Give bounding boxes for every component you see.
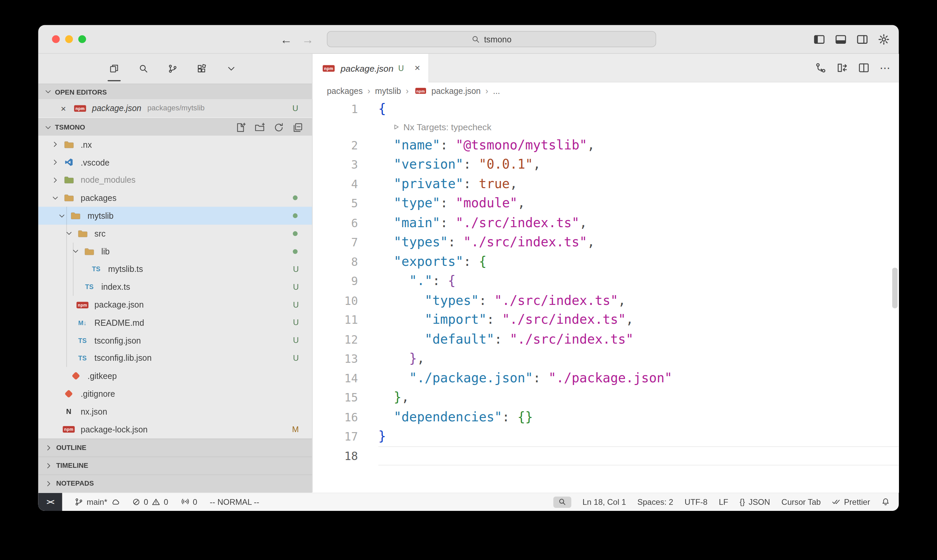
codelens-nx-targets[interactable]: Nx Targets: typecheck [313,118,899,135]
open-editor-entry[interactable]: × npm package.json packages/mytslib U [38,99,312,117]
status-language-mode[interactable]: {}JSON [739,497,770,506]
line-number[interactable]: 16 [313,407,358,427]
breadcrumb-...[interactable]: ... [493,86,500,95]
tree-item-src[interactable]: src [38,225,312,243]
chevron-right-icon[interactable] [48,158,62,166]
section-notepads[interactable]: NOTEPADS [38,474,312,492]
command-center-search[interactable]: tsmono [327,31,656,47]
close-window-button[interactable] [52,35,60,43]
breadcrumb-packages[interactable]: packages [327,86,363,95]
code-editor[interactable]: 1{Nx Targets: typecheck2 "name": "@tsmon… [313,99,899,492]
status-notifications[interactable] [882,498,890,506]
code-line-content[interactable]: "./package.json": "./package.json" [378,369,899,388]
code-line-13[interactable]: 13 }, [313,349,899,369]
status-vim-mode[interactable]: -- NORMAL -- [210,497,259,506]
close-editor-icon[interactable]: × [58,104,68,113]
explorer-section-header[interactable]: TSMONO [38,118,312,135]
code-line-content[interactable]: ".": { [378,271,899,291]
open-changes-icon[interactable] [837,62,848,74]
code-line-content[interactable]: "import": "./src/index.ts", [378,310,899,329]
code-line-content[interactable]: "version": "0.0.1", [378,155,899,174]
code-line-18[interactable]: 18 [313,446,899,465]
line-number[interactable]: 13 [313,349,358,369]
scrollbar-thumb[interactable] [892,268,898,308]
code-line-content[interactable]: } [378,427,899,446]
code-line-content[interactable]: }, [378,349,899,369]
code-line-content[interactable]: "dependencies": {} [378,407,899,427]
forward-icon[interactable]: → [302,33,314,45]
code-line-content[interactable]: "main": "./src/index.ts", [378,213,899,232]
split-editor-icon[interactable] [858,62,870,74]
code-line-content[interactable]: "default": "./src/index.ts" [378,329,899,349]
status-cursor-position[interactable]: Ln 18, Col 1 [583,497,626,506]
code-line-17[interactable]: 17} [313,427,899,446]
code-line-content[interactable]: "exports": { [378,252,899,271]
code-line-1[interactable]: 1{ [313,99,899,119]
activity-extensions[interactable] [195,62,209,75]
chevron-down-icon[interactable] [62,229,75,237]
status-indentation[interactable]: Spaces: 2 [637,497,674,506]
line-number[interactable]: 6 [313,213,358,232]
line-number[interactable]: 12 [313,329,358,349]
section-timeline[interactable]: TIMELINE [38,456,312,474]
line-number[interactable]: 18 [313,446,358,465]
tree-item-.vscode[interactable]: .vscode [38,154,312,171]
code-line-content[interactable]: "types": "./src/index.ts", [378,232,899,252]
code-line-content[interactable] [378,446,899,465]
status-encoding[interactable]: UTF-8 [685,497,708,506]
more-actions-icon[interactable]: ⋯ [880,63,891,73]
gear-icon[interactable] [878,33,890,45]
tree-item-README.md[interactable]: M↓README.mdU [38,314,312,331]
line-number[interactable]: 3 [313,155,358,174]
line-number[interactable]: 1 [313,99,358,119]
code-line-16[interactable]: 16 "dependencies": {} [313,407,899,427]
open-editors-header[interactable]: OPEN EDITORS [38,84,312,99]
tree-item-.gitignore[interactable]: .gitignore [38,385,312,403]
minimize-window-button[interactable] [65,35,73,43]
refresh-icon[interactable] [274,122,284,132]
tab-package-json[interactable]: npm package.json U × [313,54,429,82]
line-number[interactable]: 10 [313,291,358,310]
status-git-branch[interactable]: main* [75,497,119,506]
line-number[interactable]: 7 [313,232,358,252]
breadcrumb-mytslib[interactable]: mytslib [375,86,401,95]
code-line-9[interactable]: 9 ".": { [313,271,899,291]
activity-search[interactable] [137,62,150,75]
tree-item-package-lock.json[interactable]: npmpackage-lock.jsonM [38,421,312,438]
line-number[interactable]: 11 [313,310,358,329]
tree-item-package.json[interactable]: npmpackage.jsonU [38,296,312,314]
tree-item-.gitkeep[interactable]: .gitkeep [38,367,312,385]
chevron-right-icon[interactable] [48,176,62,184]
code-line-14[interactable]: 14 "./package.json": "./package.json" [313,369,899,388]
status-problems[interactable]: 00 [132,497,168,506]
code-line-3[interactable]: 3 "version": "0.0.1", [313,155,899,174]
code-line-6[interactable]: 6 "main": "./src/index.ts", [313,213,899,232]
tree-item-packages[interactable]: packages [38,189,312,207]
code-line-content[interactable]: { [378,99,899,119]
status-eol[interactable]: LF [719,497,728,506]
tree-item-mytslib[interactable]: mytslib [38,207,312,225]
code-line-8[interactable]: 8 "exports": { [313,252,899,271]
code-line-7[interactable]: 7 "types": "./src/index.ts", [313,232,899,252]
status-remote[interactable]: >< [38,493,62,511]
code-line-5[interactable]: 5 "type": "module", [313,194,899,213]
breadcrumb-package.json[interactable]: npmpackage.json [413,86,481,95]
activity-more[interactable] [225,62,238,75]
tree-item-index.ts[interactable]: TSindex.tsU [38,278,312,296]
zoom-window-button[interactable] [78,35,86,43]
tree-item-tsconfig.json[interactable]: TStsconfig.jsonU [38,331,312,349]
code-line-4[interactable]: 4 "private": true, [313,174,899,194]
tree-item-nx.json[interactable]: Nnx.json [38,403,312,421]
new-folder-icon[interactable] [254,122,265,132]
tree-item-tsconfig.lib.json[interactable]: TStsconfig.lib.jsonU [38,349,312,367]
section-outline[interactable]: OUTLINE [38,438,312,456]
activity-source-control[interactable] [166,62,179,75]
panel-bottom-icon[interactable] [835,33,847,45]
back-icon[interactable]: ← [280,33,292,45]
code-line-content[interactable]: "name": "@tsmono/mytslib", [378,135,899,155]
code-line-15[interactable]: 15 }, [313,388,899,407]
tree-item-mytslib.ts[interactable]: TSmytslib.tsU [38,260,312,278]
status-zoom-indicator[interactable] [553,496,571,508]
code-line-10[interactable]: 10 "types": "./src/index.ts", [313,291,899,310]
code-line-content[interactable]: "type": "module", [378,194,899,213]
